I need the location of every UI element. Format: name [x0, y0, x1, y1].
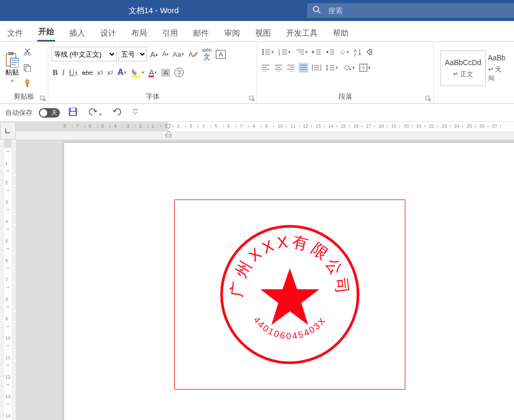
bold-button[interactable]: B: [51, 67, 59, 79]
svg-rect-3: [8, 52, 14, 55]
sort-button[interactable]: AZ: [352, 46, 363, 58]
format-painter-button[interactable]: [22, 78, 33, 89]
svg-rect-14: [26, 80, 29, 83]
tab-design[interactable]: 设计: [99, 24, 117, 41]
cut-button[interactable]: [22, 46, 33, 58]
quick-access-toolbar: 自动保存 关 ▾: [0, 104, 514, 122]
borders-button[interactable]: ▾: [358, 62, 372, 74]
svg-point-67: [350, 69, 351, 70]
underline-button[interactable]: U▾: [68, 67, 79, 79]
svg-line-10: [26, 49, 29, 53]
tab-mail[interactable]: 邮件: [192, 24, 210, 41]
redo-button[interactable]: [110, 106, 124, 120]
align-left-icon: [261, 64, 270, 71]
subscript-button[interactable]: x2: [96, 67, 104, 78]
highlight-button[interactable]: ▾: [130, 66, 145, 79]
svg-point-8: [24, 52, 26, 55]
svg-text:3: 3: [278, 54, 280, 56]
document-area[interactable]: 广州XXX有限公司 440106045403X: [16, 140, 514, 420]
superscript-button[interactable]: x2: [106, 67, 114, 78]
tab-review[interactable]: 审阅: [223, 24, 241, 41]
tab-view[interactable]: 视图: [254, 24, 272, 41]
search-icon: [312, 5, 321, 16]
svg-point-22: [263, 51, 264, 53]
align-center-button[interactable]: [273, 62, 284, 73]
chevron-down-icon: ▾: [11, 78, 14, 83]
bullets-button[interactable]: ▾: [260, 47, 275, 57]
hanging-indent[interactable]: [165, 130, 172, 138]
change-case-button[interactable]: Aa▾: [172, 49, 185, 60]
style-no-spacing[interactable]: AaBb ↵ 无间: [488, 50, 506, 86]
tab-layout[interactable]: 布局: [130, 24, 148, 41]
pilcrow-icon: [366, 48, 374, 56]
line-spacing-button[interactable]: ▾: [324, 62, 339, 73]
paste-button[interactable]: 粘贴 ▾: [3, 51, 21, 85]
decrease-indent-button[interactable]: [311, 47, 322, 57]
style-normal[interactable]: AaBbCcDd ↵ 正文: [440, 50, 486, 86]
grow-font-button[interactable]: A▴: [149, 48, 159, 60]
svg-point-9: [28, 52, 30, 55]
text-effects-button[interactable]: A▾: [117, 66, 128, 79]
undo-button[interactable]: ▾: [86, 106, 104, 120]
font-name-select[interactable]: 等线 (中文正文): [51, 47, 117, 61]
distribute-button[interactable]: [311, 62, 322, 73]
autosave-toggle[interactable]: 关: [39, 108, 60, 118]
ruler-corner: [0, 122, 16, 140]
multilevel-list-button[interactable]: ▾: [294, 47, 309, 57]
clear-format-button[interactable]: A: [187, 48, 199, 60]
search-input[interactable]: [328, 6, 509, 15]
undo-icon: [88, 108, 99, 116]
phonetic-guide-button[interactable]: wén文: [201, 46, 213, 62]
qat-customize[interactable]: [130, 106, 141, 119]
shrink-font-button[interactable]: A▾: [161, 49, 170, 59]
eraser-a-icon: A: [188, 50, 198, 58]
char-shading-button[interactable]: A: [160, 67, 171, 78]
vertical-ruler[interactable]: 1234567891011121314: [0, 140, 16, 420]
shading-button[interactable]: ▾: [341, 62, 356, 74]
brush-icon: [23, 79, 32, 88]
font-color-button[interactable]: A▾: [148, 66, 158, 79]
clipboard-launcher[interactable]: [40, 96, 46, 102]
tab-file[interactable]: 文件: [6, 24, 24, 41]
sort-icon: AZ: [353, 48, 362, 56]
text-box-shape[interactable]: 广州XXX有限公司 440106045403X: [174, 200, 405, 390]
svg-rect-18: [131, 76, 141, 77]
save-button[interactable]: [66, 105, 80, 120]
svg-rect-4: [11, 58, 19, 68]
horizontal-ruler[interactable]: 8765432112345678910111213141516171819202…: [16, 122, 514, 140]
svg-rect-73: [70, 112, 76, 115]
align-right-button[interactable]: [286, 62, 296, 73]
numbering-button[interactable]: 123▾: [277, 47, 292, 57]
justify-button[interactable]: [298, 62, 309, 73]
svg-rect-76: [166, 135, 171, 137]
page[interactable]: 广州XXX有限公司 440106045403X: [64, 143, 514, 420]
font-launcher[interactable]: [249, 96, 255, 102]
tab-references[interactable]: 引用: [161, 24, 179, 41]
align-right-icon: [287, 64, 295, 71]
search-box[interactable]: [307, 3, 514, 18]
align-left-button[interactable]: [260, 62, 271, 73]
paragraph-launcher[interactable]: [425, 96, 432, 102]
italic-button[interactable]: I: [61, 67, 66, 79]
tab-help[interactable]: 帮助: [332, 24, 350, 41]
char-border-button[interactable]: A: [215, 48, 227, 60]
strikethrough-button[interactable]: abc: [81, 67, 94, 78]
bucket-icon: [342, 64, 352, 72]
numbering-icon: 123: [278, 48, 288, 56]
group-label-font: 字体: [51, 91, 254, 102]
font-size-select[interactable]: 五号: [119, 47, 147, 61]
distribute-icon: [312, 64, 321, 71]
show-marks-button[interactable]: [365, 46, 375, 58]
indent-icon: [326, 48, 335, 56]
tab-developer[interactable]: 开发工具: [285, 24, 319, 41]
tab-home[interactable]: 开始: [37, 23, 55, 41]
svg-point-20: [263, 49, 264, 51]
asian-layout-button[interactable]: ☆▾: [338, 46, 350, 58]
increase-indent-button[interactable]: [324, 47, 336, 57]
copy-button[interactable]: [22, 62, 33, 74]
group-label-clipboard: 剪贴板: [3, 91, 45, 102]
copy-icon: [23, 64, 32, 72]
svg-rect-74: [71, 108, 75, 111]
enclose-char-button[interactable]: 字: [173, 66, 185, 79]
tab-insert[interactable]: 插入: [68, 24, 86, 41]
